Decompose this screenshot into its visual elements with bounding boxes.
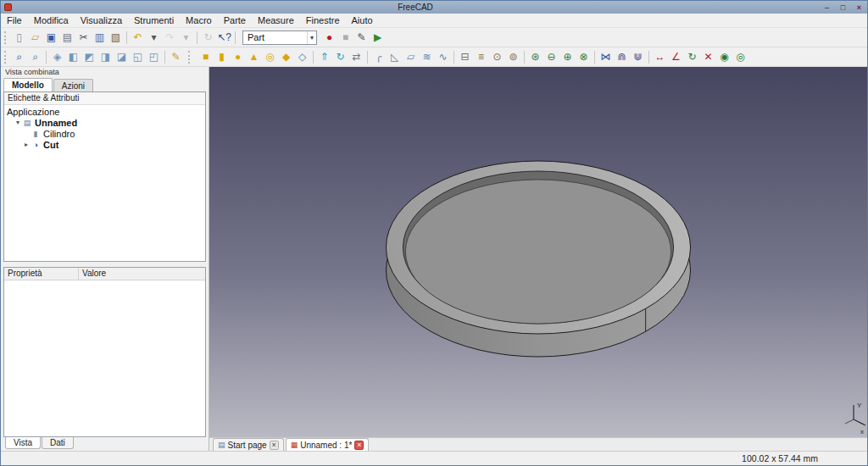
minimize-button[interactable]: – — [819, 3, 835, 12]
toolbar-grip[interactable] — [4, 51, 8, 64]
revolve-icon[interactable]: ↻ — [332, 49, 348, 65]
macro-stop-icon[interactable]: ■ — [337, 30, 353, 46]
toolbar-grip[interactable] — [188, 51, 193, 64]
measure-angular-icon[interactable]: ∠ — [668, 49, 684, 65]
save-icon[interactable]: ▣ — [43, 30, 59, 46]
open-folder-icon[interactable]: ▱ — [27, 30, 43, 46]
tab-start-page[interactable]: ▤ Start page × — [213, 438, 284, 451]
macro-execute-icon[interactable]: ▶ — [370, 30, 386, 46]
property-editor-body[interactable] — [4, 280, 205, 436]
cut-icon[interactable]: ✂ — [75, 30, 92, 46]
3d-model-disc[interactable] — [386, 161, 690, 357]
create-primitives-icon[interactable]: ◆ — [278, 49, 294, 65]
appearance-icon[interactable]: ✎ — [168, 49, 184, 65]
chevron-down-icon: ▾ — [307, 31, 316, 44]
toolbar-separator — [648, 51, 649, 64]
macro-record-icon[interactable]: ● — [321, 30, 337, 46]
box-icon[interactable]: ■ — [198, 49, 214, 65]
document-icon: ▤ — [22, 119, 32, 127]
whats-this-icon[interactable]: ↖? — [216, 30, 232, 46]
view-rear-icon[interactable]: ◪ — [114, 49, 130, 65]
window-title: FreeCAD — [12, 3, 819, 12]
tab-dati[interactable]: Dati — [42, 437, 74, 449]
print-icon[interactable]: ▤ — [59, 30, 75, 46]
paste-icon[interactable]: ▧ — [108, 30, 124, 46]
refresh-icon[interactable]: ↻ — [200, 30, 216, 46]
undo-icon[interactable]: ↶ — [130, 30, 146, 46]
close-button[interactable]: × — [851, 3, 867, 12]
view-right-icon[interactable]: ◨ — [97, 49, 114, 65]
redo-arrow-icon[interactable]: ▾ — [178, 30, 194, 46]
tree-item-unnamed[interactable]: ▾ ▤ Unnamed — [4, 117, 205, 128]
menu-item-macro[interactable]: Macro — [180, 14, 218, 27]
tab-unnamed-document[interactable]: ▦ Unnamed : 1* × — [286, 438, 370, 451]
menu-item-modifica[interactable]: Modifica — [28, 14, 75, 27]
chamfer-icon[interactable]: ◺ — [387, 49, 403, 65]
disc-floor-face[interactable] — [405, 180, 670, 324]
freecad-doc-icon: ▦ — [291, 441, 298, 449]
measure-clear-icon[interactable]: ✕ — [700, 49, 716, 65]
undo-arrow-icon[interactable]: ▾ — [146, 30, 162, 46]
menu-item-parte[interactable]: Parte — [218, 14, 252, 27]
union-icon[interactable]: ⊕ — [559, 49, 576, 65]
sweep-icon[interactable]: ∿ — [435, 49, 451, 65]
measure-refresh-icon[interactable]: ↻ — [684, 49, 700, 65]
view-axonometric-icon[interactable]: ◈ — [49, 49, 65, 65]
cutout-icon[interactable]: ⋓ — [630, 49, 646, 65]
sphere-icon[interactable]: ● — [230, 49, 246, 65]
cone-icon[interactable]: ▲ — [246, 49, 262, 65]
fit-all-icon[interactable]: ⌕ — [11, 49, 27, 65]
boolean-icon[interactable]: ⊛ — [527, 49, 543, 65]
workbench-selector[interactable]: Part ▾ — [242, 31, 317, 45]
mirror-icon[interactable]: ⇄ — [348, 49, 364, 65]
tree-root-applicazione[interactable]: Applicazione — [4, 106, 205, 117]
fit-selection-icon[interactable]: ⌕ — [27, 49, 43, 65]
section-icon[interactable]: ⊟ — [457, 49, 473, 65]
measure-toggle-3d-icon[interactable]: ◎ — [732, 49, 748, 65]
loft-icon[interactable]: ≋ — [419, 49, 435, 65]
menu-item-visualizza[interactable]: Visualizza — [75, 14, 128, 27]
intersection-icon[interactable]: ⊗ — [576, 49, 592, 65]
redo-icon[interactable]: ↷ — [162, 30, 178, 46]
new-file-icon[interactable]: ▯ — [11, 30, 27, 46]
shape-builder-icon[interactable]: ◇ — [294, 49, 310, 65]
ruled-surface-icon[interactable]: ▱ — [403, 49, 419, 65]
toolbar-grip[interactable] — [4, 31, 8, 44]
connect-icon[interactable]: ⋈ — [598, 49, 614, 65]
embed-icon[interactable]: ⋒ — [614, 49, 630, 65]
menu-item-finestre[interactable]: Finestre — [300, 14, 346, 27]
expander-open-icon[interactable]: ▾ — [14, 119, 22, 126]
close-tab-icon[interactable]: × — [354, 441, 364, 450]
menu-item-file[interactable]: File — [1, 14, 28, 27]
view-front-icon[interactable]: ◧ — [65, 49, 81, 65]
cross-sections-icon[interactable]: ≡ — [473, 49, 489, 65]
copy-icon[interactable]: ▥ — [92, 30, 108, 46]
view-top-icon[interactable]: ◩ — [81, 49, 97, 65]
tree-item-cilindro[interactable]: ▮ Cilindro — [4, 128, 205, 139]
maximize-button[interactable]: □ — [835, 3, 851, 12]
cylinder-icon[interactable]: ▮ — [214, 49, 230, 65]
menu-item-aiuto[interactable]: Aiuto — [346, 14, 379, 27]
thickness-icon[interactable]: ⊚ — [505, 49, 521, 65]
tab-vista[interactable]: Vista — [5, 437, 41, 449]
close-tab-icon[interactable]: × — [270, 441, 279, 450]
tab-azioni[interactable]: Azioni — [53, 79, 93, 92]
fillet-icon[interactable]: ╭ — [370, 49, 387, 65]
measure-toggle-all-icon[interactable]: ◉ — [716, 49, 732, 65]
model-tree-panel: Etichette & Attributi Applicazione ▾ ▤ U… — [3, 92, 206, 262]
extrude-icon[interactable]: ⇑ — [316, 49, 332, 65]
menu-item-measure[interactable]: Measure — [252, 14, 300, 27]
menu-item-strumenti[interactable]: Strumenti — [128, 14, 180, 27]
3d-viewport[interactable]: Y x — [209, 67, 867, 437]
tree-item-cut[interactable]: ▸ ◑ Cut — [4, 139, 205, 150]
offset-icon[interactable]: ⊙ — [489, 49, 505, 65]
tab-modello[interactable]: Modello — [3, 78, 53, 92]
torus-icon[interactable]: ◎ — [262, 49, 278, 65]
property-editor-header: Proprietà Valore — [4, 268, 205, 280]
view-left-icon[interactable]: ◰ — [146, 49, 162, 65]
macro-dialog-icon[interactable]: ✎ — [353, 30, 370, 46]
expander-closed-icon[interactable]: ▸ — [22, 141, 31, 148]
measure-linear-icon[interactable]: ↔ — [652, 49, 668, 65]
cut-boolean-icon[interactable]: ⊖ — [543, 49, 559, 65]
view-bottom-icon[interactable]: ◱ — [130, 49, 146, 65]
